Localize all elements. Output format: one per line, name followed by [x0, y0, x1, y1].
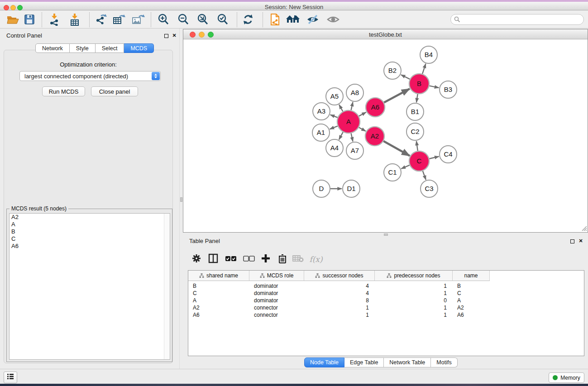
open-session-button[interactable]: [6, 14, 19, 27]
column-header-name[interactable]: name: [453, 271, 490, 281]
graph-edge[interactable]: [330, 126, 338, 129]
show-columns-button[interactable]: [207, 253, 220, 265]
graph-edge[interactable]: [330, 115, 338, 118]
tab-network[interactable]: Network: [35, 43, 70, 53]
result-item[interactable]: A: [10, 221, 170, 228]
graph-edge[interactable]: [384, 89, 409, 102]
graph-node-label: B: [417, 80, 421, 87]
tab-select[interactable]: Select: [96, 43, 124, 53]
graph-edge[interactable]: [359, 128, 366, 131]
table-row[interactable]: A2connector11A2: [188, 304, 584, 311]
table-cell: connector: [249, 304, 304, 311]
table-panel-close-button[interactable]: ✕: [578, 238, 583, 243]
graph-edge[interactable]: [429, 157, 439, 159]
houses-icon: [285, 14, 301, 27]
window-resize-grip[interactable]: [581, 225, 587, 233]
criterion-select[interactable]: largest connected component (directed): [19, 71, 161, 81]
graph-edge[interactable]: [401, 75, 410, 79]
graph-node-label: A6: [371, 103, 379, 111]
control-panel-float-button[interactable]: [163, 33, 169, 38]
column-header-mcds-role[interactable]: MCDS role: [249, 271, 304, 281]
show-all-button[interactable]: [326, 14, 340, 27]
delete-column-button[interactable]: [276, 253, 289, 265]
task-history-button[interactable]: [4, 372, 17, 383]
result-scrollbar[interactable]: [164, 214, 170, 359]
deselect-all-rows-button[interactable]: [243, 253, 255, 265]
refresh-icon: [242, 13, 254, 28]
add-column-button[interactable]: [259, 253, 272, 265]
result-item[interactable]: A2: [10, 214, 170, 221]
column-header-successor-nodes[interactable]: successor nodes: [304, 271, 375, 281]
float-icon: [570, 239, 574, 243]
toolbar-search: [450, 14, 584, 25]
zoom-selected-icon: [216, 13, 229, 28]
graph-edge[interactable]: [430, 86, 439, 88]
hide-selected-button[interactable]: [306, 14, 320, 27]
tab-style[interactable]: Style: [70, 43, 96, 53]
select-all-rows-button[interactable]: [225, 253, 237, 265]
table-cell: dominator: [249, 290, 304, 297]
graph-edge[interactable]: [351, 133, 353, 141]
graph-edge[interactable]: [351, 102, 353, 110]
network-horizontal-scrollbar[interactable]: [384, 234, 388, 236]
home-layout-button[interactable]: [286, 14, 300, 27]
mcds-result-list[interactable]: A2ABCA6: [9, 213, 170, 360]
column-header-predecessor-nodes[interactable]: predecessor nodes: [375, 271, 453, 281]
table-row[interactable]: Cdominator41C: [188, 290, 584, 297]
table-settings-button[interactable]: [190, 253, 203, 265]
graph-edge[interactable]: [423, 171, 426, 180]
new-session-from-network-button[interactable]: [268, 14, 282, 27]
node-table-body: Bdominator41BCdominator41CAdominator80AA…: [188, 281, 584, 319]
export-table-button[interactable]: [112, 14, 126, 27]
graph-edge[interactable]: [422, 64, 425, 74]
graph-node-label: C1: [388, 168, 397, 176]
tab-motifs[interactable]: Motifs: [431, 357, 457, 367]
result-item[interactable]: B: [10, 228, 170, 235]
panel-splitter[interactable]: [179, 29, 180, 384]
column-header-shared-name[interactable]: shared name: [188, 271, 249, 281]
result-item[interactable]: C: [10, 235, 170, 243]
tab-edge-table[interactable]: Edge Table: [344, 357, 384, 367]
table-row[interactable]: Bdominator41B: [188, 282, 584, 290]
table-row[interactable]: A6connector11A6: [188, 311, 584, 319]
table-panel-float-button[interactable]: [569, 238, 575, 244]
graph-edge[interactable]: [339, 105, 343, 111]
table-cell: B: [453, 282, 490, 290]
export-table-icon: [112, 13, 126, 28]
node-table-header: shared name MCDS role successor nodes pr…: [188, 271, 490, 281]
plus-icon: [261, 254, 270, 265]
graph-edge[interactable]: [383, 141, 410, 156]
tab-mcds[interactable]: MCDS: [124, 43, 154, 53]
network-canvas[interactable]: B4B2BB3B1A5A8A6A3AA1A2C2A4A7CC4C1C3DD1: [183, 39, 588, 232]
zoom-fit-button[interactable]: [196, 14, 210, 27]
import-table-button[interactable]: [68, 14, 81, 27]
table-cell: 1: [304, 311, 375, 319]
import-network-button[interactable]: [48, 14, 61, 27]
network-window-titlebar[interactable]: testGlobe.txt: [183, 29, 588, 39]
control-panel-close-button[interactable]: ✕: [172, 33, 177, 38]
table-cell: 1: [375, 304, 453, 311]
save-session-button[interactable]: [23, 14, 36, 27]
graph-node-label: A5: [330, 92, 339, 100]
network-vertical-scrollbar[interactable]: [180, 197, 182, 202]
graph-edge[interactable]: [416, 94, 418, 102]
run-mcds-button[interactable]: Run MCDS: [42, 86, 85, 96]
export-network-button[interactable]: [94, 14, 108, 27]
refresh-view-button[interactable]: [241, 14, 255, 27]
columns-icon: [208, 253, 218, 265]
tab-network-table[interactable]: Network Table: [384, 357, 431, 367]
export-image-button[interactable]: [131, 14, 145, 27]
search-input[interactable]: [450, 14, 584, 25]
result-item[interactable]: A6: [10, 243, 170, 250]
zoom-selected-button[interactable]: [216, 14, 229, 27]
table-row[interactable]: Adominator80A: [188, 297, 584, 304]
graph-edge[interactable]: [416, 141, 418, 151]
tab-node-table[interactable]: Node Table: [304, 357, 344, 367]
zoom-in-button[interactable]: [157, 14, 170, 27]
zoom-out-button[interactable]: [177, 14, 190, 27]
memory-button[interactable]: Memory: [549, 372, 584, 383]
graph-edge[interactable]: [359, 112, 366, 116]
close-panel-button[interactable]: Close panel: [91, 86, 138, 96]
graph-edge[interactable]: [339, 132, 343, 140]
graph-edge[interactable]: [401, 165, 409, 169]
